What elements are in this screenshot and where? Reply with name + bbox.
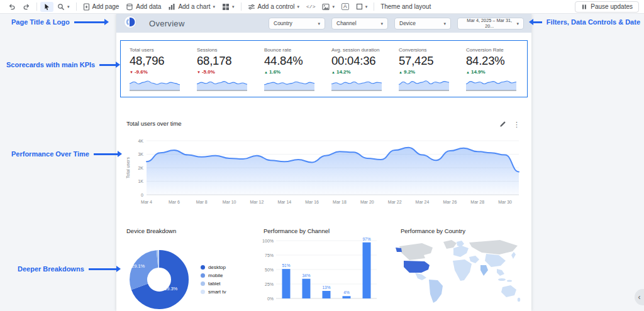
filter-label: Channel — [336, 20, 357, 26]
svg-text:Mar 28: Mar 28 — [470, 200, 484, 204]
scorecard-value: 68,178 — [197, 54, 254, 68]
map-region — [453, 259, 472, 281]
device-breakdown-card[interactable]: Device Breakdown 29.1% 69.3% desktopmobi… — [120, 222, 253, 311]
chart-title: Performance by Country — [394, 222, 528, 234]
collapse-panel-button[interactable]: ‹ — [635, 289, 644, 305]
donut-svg — [126, 247, 192, 311]
redo-button[interactable] — [19, 2, 33, 12]
slice-label-mobile: 29.1% — [131, 263, 145, 269]
legend-item-smart-tv[interactable]: smart tv — [201, 289, 226, 295]
caret-down-icon: ▾ — [67, 4, 70, 9]
scorecard-total-users[interactable]: Total users48,796▼-9.6% — [122, 46, 189, 97]
filter-control-channel[interactable]: Channel▾ — [331, 18, 388, 30]
scorecard-label: Conversion Rate — [466, 47, 523, 53]
caret-down-icon: ▾ — [380, 21, 383, 26]
map-region — [480, 265, 488, 276]
community-visualizations-button[interactable]: ▾ — [219, 2, 238, 12]
scorecard-value: 48,796 — [130, 54, 187, 68]
more-options-icon[interactable]: ⋮ — [513, 121, 520, 128]
pause-updates-label: Pause updates — [591, 3, 633, 10]
donut-chart[interactable]: 29.1% 69.3% — [126, 247, 192, 311]
svg-text:Mar 6: Mar 6 — [169, 200, 180, 204]
arrow-up-icon: ▲ — [264, 70, 268, 74]
scorecard-value: 57,425 — [399, 54, 456, 68]
channel-performance-card[interactable]: Performance by Channel 100%75%50%25%0%51… — [257, 222, 391, 311]
bar-chart[interactable]: 100%75%50%25%0%51%34%13%4%97% — [260, 236, 379, 307]
looker-studio-app: ▾ Add page Add data Add a chart ▾ ▾ Add … — [0, 0, 644, 311]
scorecard-label: Bounce rate — [264, 47, 321, 53]
scorecard-label: Total users — [130, 47, 187, 53]
chart-title: Device Breakdown — [120, 222, 253, 234]
theme-layout-button[interactable]: Theme and layout — [377, 3, 434, 11]
annotation-filters: Filters, Data Controls & Date — [533, 18, 640, 26]
svg-text:Total users: Total users — [126, 157, 130, 178]
svg-text:1K: 1K — [138, 179, 143, 183]
select-tool-button[interactable] — [40, 2, 53, 12]
scorecard-value: 84.23% — [466, 54, 523, 68]
map-region — [518, 298, 520, 302]
annotation-label: Deeper Breakdowns — [18, 265, 84, 273]
filter-control-country[interactable]: Country▾ — [269, 18, 325, 30]
map-region-highlighted — [396, 248, 402, 252]
scorecard-conversions[interactable]: Conversions57,425▲9.2% — [391, 46, 458, 97]
svg-text:13%: 13% — [322, 285, 330, 290]
scorecard-conversion-rate[interactable]: Conversion Rate84.23%▲14.9% — [458, 46, 526, 97]
sparkline-chart — [197, 77, 247, 91]
svg-text:Mar 26: Mar 26 — [443, 200, 457, 204]
filter-controls: Country▾Channel▾Device▾ Mar 4, 2025 – Ma… — [269, 18, 524, 30]
page-icon — [83, 3, 90, 11]
map-region — [443, 240, 457, 249]
shape-button[interactable]: ▾ — [353, 2, 371, 11]
scorecard-delta: ▲9.2% — [399, 69, 456, 75]
map-region — [501, 285, 516, 297]
svg-text:4K: 4K — [138, 139, 143, 143]
country-performance-card[interactable]: Performance by Country — [394, 222, 528, 311]
svg-text:Mar 20: Mar 20 — [360, 200, 374, 204]
legend-item-desktop[interactable]: desktop — [201, 265, 226, 270]
grid-icon — [222, 3, 230, 11]
database-icon — [126, 3, 133, 11]
legend-item-mobile[interactable]: mobile — [201, 273, 226, 278]
zoom-tool-button[interactable]: ▾ — [54, 2, 73, 12]
add-data-button[interactable]: Add data — [123, 2, 164, 12]
pause-updates-button[interactable]: Pause updates — [575, 1, 639, 13]
text-button[interactable]: A — [338, 2, 352, 12]
arrow-right-icon — [89, 268, 116, 270]
add-control-button[interactable]: Add a control ▾ — [245, 2, 303, 12]
map-region — [453, 246, 469, 257]
filter-control-device[interactable]: Device▾ — [394, 18, 451, 30]
svg-text:97%: 97% — [362, 237, 370, 241]
svg-text:25%: 25% — [265, 282, 274, 286]
scorecard-bounce-rate[interactable]: Bounce rate44.84%▲1.6% — [257, 46, 324, 97]
sparkline-chart — [331, 77, 382, 91]
arrow-up-icon: ▲ — [466, 70, 470, 74]
toolbar-divider — [36, 3, 37, 11]
svg-text:50%: 50% — [265, 268, 274, 272]
image-button[interactable]: ▾ — [319, 2, 338, 12]
svg-text:Mar 18: Mar 18 — [333, 200, 347, 204]
scorecard-sessions[interactable]: Sessions68,178▼-5.0% — [189, 46, 257, 97]
timeseries-card[interactable]: Total users over time ⋮ 4K3K2K1K0Mar 4Ma… — [120, 114, 528, 220]
svg-text:Mar 30: Mar 30 — [498, 200, 512, 204]
legend-label: tablet — [208, 281, 221, 286]
add-page-button[interactable]: Add page — [80, 2, 123, 12]
map-region — [497, 269, 504, 276]
scorecard-label: Avg. session duration — [331, 47, 389, 53]
svg-text:Mar 10: Mar 10 — [223, 200, 236, 204]
legend-item-tablet[interactable]: tablet — [201, 281, 226, 286]
svg-text:75%: 75% — [265, 253, 274, 258]
undo-button[interactable] — [5, 2, 19, 12]
add-data-label: Add data — [136, 4, 161, 10]
scorecard-delta: ▲1.6% — [264, 69, 321, 75]
timeseries-chart[interactable]: 4K3K2K1K0Mar 4Mar 6Mar 8Mar 10Mar 12Mar … — [124, 134, 524, 216]
caret-down-icon: ▾ — [297, 4, 300, 9]
world-map[interactable] — [394, 238, 526, 306]
toolbar-divider — [374, 3, 374, 11]
scorecard-avg-session-duration[interactable]: Avg. session duration00:04:36▲14.2% — [324, 46, 391, 97]
svg-text:Mar 8: Mar 8 — [196, 200, 208, 204]
embed-code-button[interactable]: </> — [303, 3, 318, 11]
scorecard-delta: ▼-5.0% — [197, 69, 254, 75]
edit-pencil-icon[interactable] — [499, 119, 506, 129]
date-range-control[interactable]: Mar 4, 2025 – Mar 31, 20... ▾ — [457, 18, 524, 30]
add-chart-button[interactable]: Add a chart ▾ — [165, 2, 218, 12]
